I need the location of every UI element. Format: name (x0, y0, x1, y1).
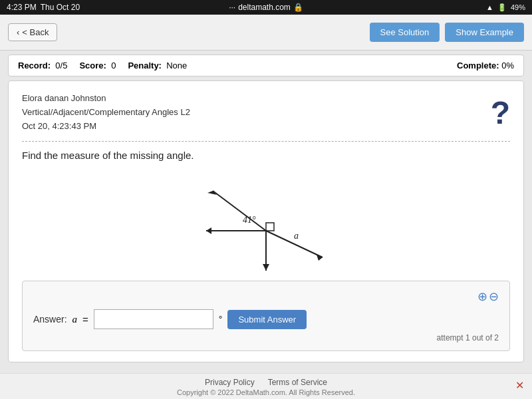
status-bar-center: ··· deltamath.com 🔒 (229, 3, 303, 12)
see-solution-button[interactable]: See Solution (370, 23, 440, 42)
problem-text: Find the measure of the missing angle. (22, 150, 510, 161)
svg-marker-3 (206, 227, 211, 234)
main-content: Elora danan Johnston Vertical/Adjacent/C… (8, 80, 524, 362)
degree-symbol: ° (219, 314, 223, 325)
show-example-button[interactable]: Show Example (445, 23, 524, 42)
submit-answer-button[interactable]: Submit Answer (227, 310, 307, 329)
plus-minus-controls[interactable]: ⊕ ⊖ (477, 289, 499, 304)
privacy-policy-link[interactable]: Privacy Policy (205, 378, 255, 387)
status-time: 4:23 PM (7, 3, 37, 12)
problem-header: Elora danan Johnston Vertical/Adjacent/C… (22, 92, 510, 133)
penalty-label-text: Penalty: None (128, 61, 187, 70)
svg-text:41°: 41° (243, 215, 256, 225)
footer-copyright: Copyright © 2022 DeltaMath.com. All Righ… (0, 388, 532, 396)
penalty-label: Penalty: (128, 61, 162, 70)
minus-icon[interactable]: ⊖ (489, 289, 499, 304)
status-dots: ··· (229, 3, 235, 12)
score-label: Score: (79, 61, 106, 70)
complete-label: Complete: (457, 61, 499, 70)
footer: Privacy Policy Terms of Service Copyrigh… (0, 373, 532, 399)
status-bar-right: ▲ 🔋 49% (486, 3, 525, 12)
problem-info: Elora danan Johnston Vertical/Adjacent/C… (22, 92, 190, 133)
record-bar: Record: 0/5 Score: 0 Penalty: None Compl… (8, 55, 524, 76)
problem-datetime: Oct 20, 4:23:43 PM (22, 120, 190, 134)
battery-icon: 🔋 (497, 3, 507, 12)
status-site: deltamath.com (238, 3, 291, 12)
back-button[interactable]: ‹ < Back (8, 23, 57, 41)
answer-controls: ⊕ ⊖ (33, 289, 499, 304)
svg-line-0 (213, 191, 266, 231)
status-bar-left: 4:23 PM Thu Oct 20 (7, 3, 80, 12)
title-bar-actions: See Solution Show Example (370, 23, 524, 42)
score-value: 0 (111, 61, 116, 70)
record-label: Record: (18, 61, 51, 70)
complete-label-text: Complete: 0% (457, 61, 514, 70)
status-bar: 4:23 PM Thu Oct 20 ··· deltamath.com 🔒 ▲… (0, 0, 532, 15)
title-bar: ‹ < Back See Solution Show Example (0, 15, 532, 51)
equals-sign: = (82, 314, 88, 325)
status-day: Thu Oct 20 (41, 3, 80, 12)
complete-value: 0% (501, 61, 514, 70)
back-arrow-icon: ‹ (17, 27, 19, 37)
angle-svg: 41° a (180, 171, 352, 271)
svg-text:a: a (294, 231, 299, 241)
penalty-value: None (166, 61, 187, 70)
answer-area: ⊕ ⊖ Answer: a = ° Submit Answer attempt … (22, 281, 510, 351)
back-label: < Back (22, 27, 49, 37)
svg-marker-7 (263, 264, 269, 271)
close-icon[interactable]: ✕ (515, 379, 524, 392)
answer-input[interactable] (94, 309, 213, 329)
student-name: Elora danan Johnston (22, 92, 190, 106)
status-lock-icon: 🔒 (293, 3, 303, 12)
record-value: 0/5 (55, 61, 67, 70)
battery-percent: 49% (511, 3, 525, 11)
answer-label: Answer: (33, 314, 67, 325)
record-label-text: Record: 0/5 (18, 61, 67, 70)
wifi-icon: ▲ (486, 3, 493, 11)
section-divider (22, 141, 510, 142)
answer-row: Answer: a = ° Submit Answer (33, 309, 499, 329)
plus-icon[interactable]: ⊕ (477, 289, 487, 304)
answer-variable: a (72, 314, 78, 325)
svg-rect-8 (266, 223, 274, 231)
record-bar-left: Record: 0/5 Score: 0 Penalty: None (18, 61, 187, 70)
help-icon[interactable]: ? (491, 94, 510, 131)
angle-diagram: 41° a (22, 168, 510, 274)
attempt-text: attempt 1 out of 2 (33, 333, 499, 342)
footer-links: Privacy Policy Terms of Service (0, 378, 532, 387)
terms-of-service-link[interactable]: Terms of Service (268, 378, 327, 387)
topic-name: Vertical/Adjacent/Complementary Angles L… (22, 106, 190, 120)
score-label-text: Score: 0 (79, 61, 116, 70)
